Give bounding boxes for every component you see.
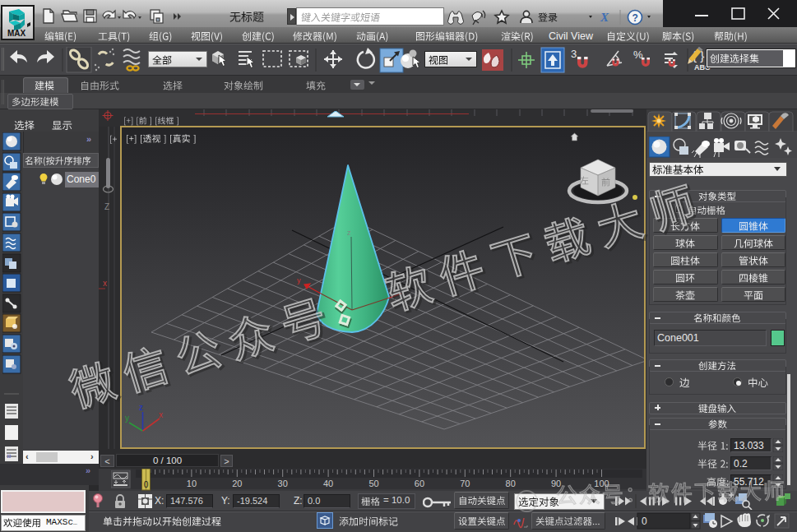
- svg-text:y: y: [125, 414, 129, 423]
- svg-text:30: 30: [278, 479, 288, 488]
- svg-text:y: y: [297, 276, 301, 285]
- svg-text:z: z: [347, 229, 351, 237]
- svg-text:10: 10: [187, 479, 197, 488]
- svg-text:3: 3: [571, 48, 577, 60]
- svg-text:20: 20: [232, 479, 242, 488]
- svg-text:40: 40: [323, 479, 333, 488]
- svg-text:X: X: [600, 11, 609, 24]
- svg-text:60: 60: [415, 479, 424, 488]
- svg-text:x: x: [159, 410, 163, 419]
- svg-text:50: 50: [368, 479, 378, 488]
- svg-text:80: 80: [506, 479, 516, 488]
- svg-text:70: 70: [460, 479, 470, 488]
- svg-text:0: 0: [642, 516, 647, 527]
- svg-text:0: 0: [144, 480, 149, 489]
- svg-text:x: x: [103, 279, 107, 288]
- svg-text:?: ?: [633, 12, 638, 24]
- svg-text:Z: Z: [104, 202, 109, 211]
- svg-text:z: z: [139, 403, 143, 412]
- svg-text:MAX: MAX: [7, 29, 26, 38]
